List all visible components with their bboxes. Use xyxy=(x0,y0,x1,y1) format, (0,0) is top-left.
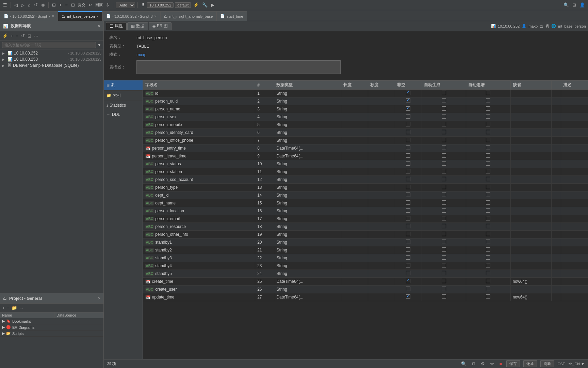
status-search-icon[interactable]: 🔍 xyxy=(460,361,468,367)
project-folder-icon[interactable]: 📁 xyxy=(11,305,18,311)
table-row[interactable]: 📅person_leave_time9DateTime64(... xyxy=(143,152,588,160)
project-row-er[interactable]: ▶ 🔴 ER Diagrams xyxy=(0,324,103,331)
save-button[interactable]: 保存 xyxy=(506,360,520,367)
table-row[interactable]: ABCperson_location16String xyxy=(143,207,588,215)
table-row[interactable]: 📅person_entry_time8DateTime64(... xyxy=(143,144,588,152)
table-row[interactable]: ABCstandby322String xyxy=(143,254,588,262)
tools-icon[interactable]: 🔧 xyxy=(201,2,209,8)
table-row[interactable]: ABCperson_name3String xyxy=(143,105,588,113)
filter-icon[interactable]: ▼ xyxy=(97,43,101,47)
cell-type: String xyxy=(274,199,341,207)
refresh-toolbar-icon[interactable]: ↺ xyxy=(33,2,39,8)
table-row[interactable]: ABCstandby524String xyxy=(143,270,588,278)
db-nav-close-icon[interactable]: × xyxy=(97,23,101,29)
add-icon[interactable]: + xyxy=(58,2,63,8)
table-row[interactable]: ABCstandby120String xyxy=(143,239,588,246)
db-toolbar-collapse-icon[interactable]: ⊡ xyxy=(27,33,32,39)
table-row[interactable]: ABCdept_name15String xyxy=(143,199,588,207)
nav-item-indexes[interactable]: 📁 索引 xyxy=(104,91,143,101)
table-row[interactable]: ABCperson_email17String xyxy=(143,215,588,223)
grid-icon[interactable]: ⊞ xyxy=(571,2,577,8)
db-toolbar: ⚡ + − ↺ ⊡ ⋯ xyxy=(0,31,103,41)
revert-button[interactable]: 还原 xyxy=(523,360,537,367)
bars-icon[interactable]: ⠿ xyxy=(140,2,146,8)
tree-item-sqlite[interactable]: ▶ 🗄 DBeaver Sample Database (SQLite) xyxy=(0,62,103,68)
back-icon[interactable]: ◁ xyxy=(13,2,19,8)
table-row[interactable]: ABCperson_identity_card6String xyxy=(143,129,588,137)
tree-item-db2[interactable]: ▶ 📊 10.10.80.253 - 10.10.80.253:8123 xyxy=(0,56,103,62)
rollback-label[interactable]: 回滚 xyxy=(95,2,103,7)
prop-value-description[interactable] xyxy=(136,60,341,74)
table-row[interactable]: ABCstandby423String xyxy=(143,262,588,270)
home-icon[interactable]: ⌂ xyxy=(27,2,32,8)
submit-label[interactable]: 提交 xyxy=(78,2,85,7)
table-row[interactable]: 📅update_time27DateTime64(...now64() xyxy=(143,293,588,301)
undo-icon[interactable]: ↩ xyxy=(87,2,93,8)
user-icon[interactable]: 👤 xyxy=(578,2,586,8)
connection-icon[interactable]: ⚡ xyxy=(192,2,200,8)
search-toolbar-icon[interactable]: 🔍 xyxy=(562,2,570,8)
tab-er[interactable]: ◈ ER 图 xyxy=(149,22,172,30)
tab-properties[interactable]: ☰ 属性 xyxy=(106,22,127,30)
status-delete-icon[interactable]: ■ xyxy=(499,361,503,367)
tab-mt-base-person[interactable]: 🗂 mt_base_person × xyxy=(58,11,102,21)
table-row[interactable]: ABCperson_uuid2String xyxy=(143,97,588,105)
table-row[interactable]: ABCperson_office_phone7String xyxy=(143,137,588,144)
nav-item-ddl[interactable]: → DDL xyxy=(104,110,143,119)
tab-data[interactable]: ▦ 数据 xyxy=(127,22,148,30)
table-row[interactable]: ABCperson_station11String xyxy=(143,168,588,176)
tab-mt-base-close[interactable]: × xyxy=(97,15,99,18)
refresh-button[interactable]: 刷新 xyxy=(540,360,554,367)
tab-script7[interactable]: 📄 <10.10.80.252> Script-7 × xyxy=(0,11,58,21)
table-row[interactable]: ABCperson_other_info19String xyxy=(143,231,588,239)
table-row[interactable]: ABCcreate_user26String xyxy=(143,286,588,293)
forward-icon[interactable]: ▷ xyxy=(20,2,26,8)
minus-icon[interactable]: − xyxy=(64,2,69,8)
project-arrow-icon[interactable]: → xyxy=(18,305,24,311)
tab-script8-close[interactable]: × xyxy=(154,14,157,18)
table-row[interactable]: ABCstandby221String xyxy=(143,246,588,254)
table-container[interactable]: 字段名 # 数据类型 长度 标度 非空 自动生成 自动递增 缺省 描述 xyxy=(143,80,588,359)
project-row-bookmarks[interactable]: ▶ 🔖 Bookmarks xyxy=(0,318,103,324)
project-row-scripts[interactable]: ▶ 📂 Scripts xyxy=(0,331,103,337)
nav-item-columns[interactable]: ⊞ 列 xyxy=(104,80,143,91)
table-row[interactable]: ABCperson_mobile5String xyxy=(143,121,588,129)
project-close-icon[interactable]: × xyxy=(97,295,101,302)
db-toolbar-connect-icon[interactable]: ⚡ xyxy=(1,33,9,39)
layout-icon[interactable]: ⊞ xyxy=(51,2,57,8)
nav-item-statistics[interactable]: ℹ Statistics xyxy=(104,101,143,110)
table-row[interactable]: 📅create_time25DateTime64(...now64() xyxy=(143,278,588,286)
run-icon[interactable]: ▶ xyxy=(210,2,215,8)
auto-dropdown[interactable]: Auto xyxy=(116,2,135,8)
table-row[interactable]: ABCperson_status10String xyxy=(143,160,588,168)
project-minus-icon[interactable]: − xyxy=(6,305,11,311)
status-edit-icon[interactable]: ✏ xyxy=(489,361,495,367)
tab-script8[interactable]: 📄 <10.10.80.252> Script-8 × xyxy=(102,11,160,21)
db-toolbar-refresh-icon[interactable]: ↺ xyxy=(20,33,26,39)
project-add-icon[interactable]: + xyxy=(1,305,6,311)
table-row[interactable]: ABCperson_sso_account12String xyxy=(143,176,588,184)
copy-icon[interactable]: ⊡ xyxy=(70,2,76,8)
tab-script7-close[interactable]: × xyxy=(52,14,54,18)
db-toolbar-minus-icon[interactable]: − xyxy=(15,33,20,39)
db-toolbar-more-icon[interactable]: ⋯ xyxy=(33,33,39,39)
sub-tab-user-text: maxp xyxy=(528,24,538,28)
db-toolbar-add-icon[interactable]: + xyxy=(10,33,14,39)
er-tab-label: ER 图 xyxy=(157,23,168,29)
tree-item-db1[interactable]: ▶ 📊 10.10.80.252 - 10.10.80.252:8123 xyxy=(0,50,103,56)
table-row[interactable]: ABCperson_resource18String xyxy=(143,223,588,231)
status-settings-icon[interactable]: ⚙ xyxy=(480,361,486,367)
cell-type: String xyxy=(274,270,341,278)
table-row[interactable]: ABCperson_type13String xyxy=(143,184,588,191)
prop-value-schema[interactable]: maxp xyxy=(136,52,146,57)
table-row[interactable]: ABCid1String xyxy=(143,90,588,97)
stop-icon[interactable]: ⊗ xyxy=(40,2,46,8)
status-filter-icon[interactable]: ⊓ xyxy=(471,361,476,367)
tab-mt-insight[interactable]: 🗂 mt_insight_anomaly_base xyxy=(160,11,217,21)
commit-icon[interactable]: ⇩ xyxy=(105,2,111,8)
search-input[interactable] xyxy=(2,42,96,48)
table-row[interactable]: ABCperson_sex4String xyxy=(143,113,588,121)
table-row[interactable]: ABCdept_id14String xyxy=(143,191,588,199)
tab-start-time[interactable]: 📄 start_time xyxy=(216,11,247,21)
menu-icon[interactable]: ☰ xyxy=(2,2,8,8)
